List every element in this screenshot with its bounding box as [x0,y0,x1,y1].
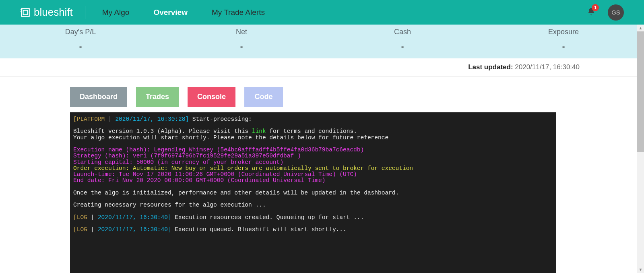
scroll-up-button[interactable]: ▲ [637,25,644,31]
stat-value: - [483,42,644,51]
nav-trade-alerts[interactable]: My Trade Alerts [204,8,272,17]
stat-label: Net [161,28,322,36]
log-msg: Start-processing: [189,116,252,122]
svg-rect-0 [21,8,29,17]
tab-console[interactable]: Console [188,87,235,107]
notifications-button[interactable]: 1 [587,7,596,18]
notification-badge: 1 [592,4,599,11]
log-text: Starting capital: 50000 (in currency of … [73,159,283,165]
log-text: Strategy (hash): ver1 (7f9f6974796b7fc19… [73,153,301,159]
blueshift-icon [20,7,31,18]
brand-name: blueshift [34,6,73,19]
stat-cash: Cash - [322,28,483,51]
log-ts: 2020/11/17, 16:30:40] [98,214,171,221]
scroll-down-button[interactable]: ▼ [637,266,644,273]
topbar-right: 1 GS [587,4,636,21]
log-text: Launch-time: Tue Nov 17 2020 11:00:26 GM… [73,171,357,178]
stats-bar: Day's P/L - Net - Cash - Exposure - [0,25,644,58]
nav-overview[interactable]: Overview [146,8,195,17]
log-tag: [PLATFORM [73,116,108,122]
log-text: Once the algo is initialized, performanc… [73,190,399,196]
scroll-thumb[interactable] [637,31,644,152]
brand-logo[interactable]: blueshift [20,6,73,19]
stat-net: Net - [161,28,322,51]
scrollbar-vertical[interactable]: ▲ ▼ [637,25,644,273]
avatar[interactable]: GS [608,4,624,21]
stat-value: - [161,42,322,51]
stat-value: - [322,42,483,51]
console-output[interactable]: [PLATFORM | 2020/11/17, 16:30:28] Start-… [70,112,556,273]
tab-code[interactable]: Code [244,87,283,107]
topbar-left: blueshift My Algo Overview My Trade Aler… [20,6,272,19]
log-tag: [LOG [73,226,91,233]
log-sep: | [91,226,98,233]
stat-label: Exposure [483,28,644,36]
stat-value: - [0,42,161,51]
log-msg: Execution resources created. Queueing up… [171,214,364,221]
log-sep: | [108,116,115,122]
log-text: Blueshift version 1.0.3 (Alpha). Please … [73,128,252,134]
nav-my-algo[interactable]: My Algo [95,8,137,17]
log-text: Creating necessary resources for the alg… [73,202,266,208]
content-area: Dashboard Trades Console Code [PLATFORM … [0,77,625,273]
log-text: End date: Fri Nov 20 2020 00:00:00 GMT+0… [73,177,326,184]
log-text: Order execution: Automatic: New buy or s… [73,165,413,172]
last-updated-label: Last updated: [468,63,515,71]
tab-buttons: Dashboard Trades Console Code [70,87,625,107]
log-ts: 2020/11/17, 16:30:40] [98,226,171,233]
tab-dashboard[interactable]: Dashboard [70,87,127,107]
svg-rect-1 [23,10,28,14]
stat-label: Cash [322,28,483,36]
topbar: blueshift My Algo Overview My Trade Aler… [0,0,644,25]
log-msg: Execution queued. Blueshift will start s… [171,226,347,233]
log-ts: 2020/11/17, 16:30:28] [115,116,189,122]
log-tag: [LOG [73,214,91,221]
nav-divider [85,6,85,19]
log-text: for terms and conditions. [266,128,357,134]
stat-exposure: Exposure - [483,28,644,51]
log-link[interactable]: link [252,128,266,134]
last-updated-row: Last updated: 2020/11/17, 16:30:40 [0,58,644,77]
log-sep: | [91,214,98,221]
log-text: Your algo execution will start shortly. … [73,134,388,141]
log-text: Execution name (hash): Legendleg Whimsey… [73,147,364,153]
last-updated-time: 2020/11/17, 16:30:40 [515,63,580,71]
tab-trades[interactable]: Trades [136,87,179,107]
stat-day-pl: Day's P/L - [0,28,161,51]
stat-label: Day's P/L [0,28,161,36]
